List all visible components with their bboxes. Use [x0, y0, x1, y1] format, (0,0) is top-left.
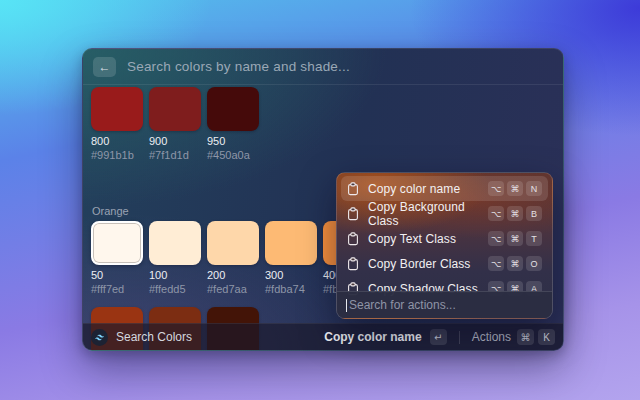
shade-number: 300: [265, 269, 317, 281]
actions-label: Actions: [472, 330, 511, 344]
keycap: ⌥: [488, 206, 504, 221]
color-swatch-cell: 100#ffedd5: [149, 221, 201, 295]
hex-code: #450a0a: [207, 149, 259, 161]
hex-code: #991b1b: [91, 149, 143, 161]
shortcut-keys: ⌥⌘N: [488, 181, 542, 196]
keycap: ⌥: [488, 256, 504, 271]
color-swatch-900[interactable]: [149, 87, 201, 131]
menu-item-label: Copy Background Class: [368, 200, 479, 228]
shade-number: 950: [207, 135, 259, 147]
desktop-background: ← Search colors by name and shade... 800…: [0, 0, 640, 400]
color-swatch-100[interactable]: [149, 221, 201, 265]
color-swatch-cell: 800#991b1b: [91, 87, 143, 161]
hex-code: #7f1d1d: [149, 149, 201, 161]
menu-item-label: Copy Text Class: [368, 232, 479, 246]
shortcut-keys: ⌥⌘O: [488, 256, 542, 271]
shortcut-keys: ⌥⌘B: [488, 206, 542, 221]
color-swatch-300[interactable]: [265, 221, 317, 265]
hex-code: #ffedd5: [149, 283, 201, 295]
hex-code: #fed7aa: [207, 283, 259, 295]
menu-item[interactable]: Copy color name⌥⌘N: [341, 176, 548, 201]
search-input[interactable]: Search colors by name and shade...: [127, 59, 350, 74]
color-swatch-50[interactable]: [91, 221, 143, 265]
text-caret: [346, 299, 347, 312]
keycap: ⌘: [517, 329, 534, 345]
action-menu: Copy color name⌥⌘NCopy Background Class⌥…: [336, 172, 553, 319]
action-menu-list: Copy color name⌥⌘NCopy Background Class⌥…: [341, 176, 548, 301]
tailwind-logo-icon: [91, 329, 108, 346]
shade-number: 50: [91, 269, 143, 281]
menu-item[interactable]: Copy Border Class⌥⌘O: [341, 251, 548, 276]
back-button[interactable]: ←: [93, 57, 116, 77]
clipboard-icon: [347, 207, 359, 221]
shade-number: 800: [91, 135, 143, 147]
menu-item[interactable]: Copy Text Class⌥⌘T: [341, 226, 548, 251]
keycap: ⌘: [507, 181, 523, 196]
color-swatch-200[interactable]: [207, 221, 259, 265]
color-swatch-cell: 300#fdba74: [265, 221, 317, 295]
color-swatch-cell: 200#fed7aa: [207, 221, 259, 295]
shade-number: 100: [149, 269, 201, 281]
app-name: Search Colors: [116, 330, 192, 344]
color-swatch-800[interactable]: [91, 87, 143, 131]
keycap: ⌥: [488, 181, 504, 196]
primary-action-label[interactable]: Copy color name: [324, 330, 421, 344]
keycap: B: [526, 206, 542, 221]
hex-code: #fff7ed: [91, 283, 143, 295]
clipboard-icon: [347, 257, 359, 271]
keycap: ⌘: [507, 206, 523, 221]
red-swatch-row: 800#991b1b900#7f1d1d950#450a0a: [91, 87, 259, 161]
hex-code: #fdba74: [265, 283, 317, 295]
status-bar: Search Colors Copy color name ↵ Actions …: [83, 323, 563, 350]
color-swatch-cell: 950#450a0a: [207, 87, 259, 161]
color-swatch-950[interactable]: [207, 87, 259, 131]
keycap: ⌘: [507, 256, 523, 271]
menu-item[interactable]: Copy Background Class⌥⌘B: [341, 201, 548, 226]
return-key-icon: ↵: [430, 329, 447, 345]
orange-swatch-row-1: 50#fff7ed100#ffedd5200#fed7aa300#fdba744…: [91, 221, 375, 295]
menu-item-label: Copy Border Class: [368, 257, 479, 271]
keycap: N: [526, 181, 542, 196]
clipboard-icon: [347, 182, 359, 196]
status-bar-divider: [459, 331, 460, 344]
shade-number: 900: [149, 135, 201, 147]
back-arrow-icon: ←: [99, 57, 111, 77]
search-bar: ← Search colors by name and shade...: [83, 49, 563, 85]
keycap: K: [538, 329, 555, 345]
actions-button[interactable]: Actions ⌘K: [472, 329, 555, 345]
menu-item-label: Copy color name: [368, 182, 479, 196]
keycap: O: [526, 256, 542, 271]
shade-number: 200: [207, 269, 259, 281]
keycap: ⌘: [507, 231, 523, 246]
keycap: ⌥: [488, 231, 504, 246]
orange-section-label: Orange: [92, 205, 129, 217]
color-swatch-cell: 900#7f1d1d: [149, 87, 201, 161]
action-search-field[interactable]: Search for actions...: [337, 291, 552, 318]
action-search-placeholder: Search for actions...: [349, 298, 456, 312]
color-swatch-cell: 50#fff7ed: [91, 221, 143, 295]
keycap: T: [526, 231, 542, 246]
clipboard-icon: [347, 232, 359, 246]
shortcut-keys: ⌥⌘T: [488, 231, 542, 246]
